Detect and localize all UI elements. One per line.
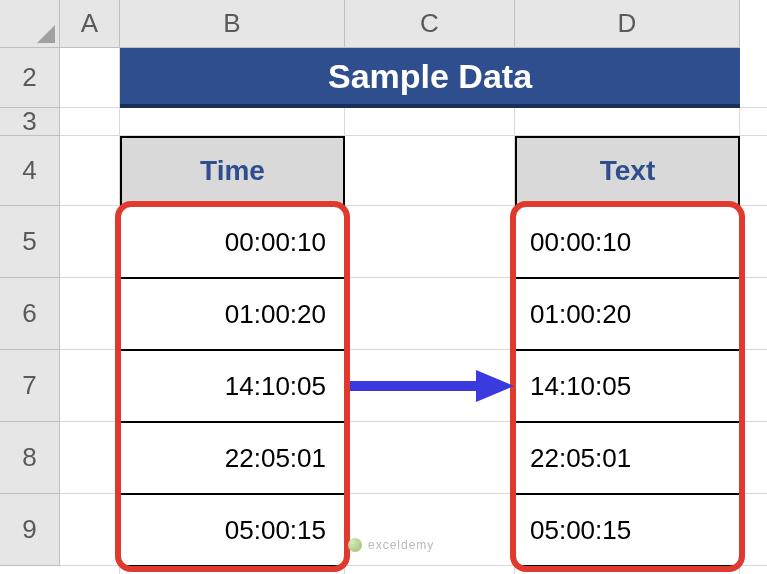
col-label: C — [420, 8, 439, 39]
select-all-triangle-icon — [37, 25, 55, 43]
watermark: exceldemy — [348, 538, 434, 552]
table1-cell[interactable]: 22:05:01 — [120, 422, 345, 494]
table1-header: Time — [120, 136, 345, 206]
table2-header-text: Text — [600, 155, 656, 187]
cell-value: 05:00:15 — [225, 515, 326, 546]
svg-marker-2 — [476, 370, 514, 402]
row-label: 2 — [22, 62, 36, 93]
grid-area[interactable]: Sample Data Time 00:00:10 01:00:20 14:10… — [60, 48, 767, 574]
cell-value: 05:00:15 — [530, 515, 631, 546]
table1-cell[interactable]: 05:00:15 — [120, 494, 345, 566]
watermark-text: exceldemy — [368, 538, 434, 552]
row-header-3[interactable]: 3 — [0, 108, 60, 136]
table2-header: Text — [515, 136, 740, 206]
row-header-2[interactable]: 2 — [0, 48, 60, 108]
table2-cell[interactable]: 05:00:15 — [515, 494, 740, 566]
cell-value: 01:00:20 — [530, 299, 631, 330]
table1-cell[interactable]: 00:00:10 — [120, 206, 345, 278]
table1-cell[interactable]: 14:10:05 — [120, 350, 345, 422]
cell-value: 01:00:20 — [225, 299, 326, 330]
table1-cell[interactable]: 01:00:20 — [120, 278, 345, 350]
cell-value: 22:05:01 — [225, 443, 326, 474]
row-label: 5 — [22, 226, 36, 257]
row-label: 4 — [22, 155, 36, 186]
col-header-a[interactable]: A — [60, 0, 120, 48]
table2-cell[interactable]: 22:05:01 — [515, 422, 740, 494]
col-header-b[interactable]: B — [120, 0, 345, 48]
col-header-d[interactable]: D — [515, 0, 740, 48]
page-title: Sample Data — [120, 48, 740, 108]
arrow-right-icon — [346, 366, 516, 406]
table1-header-text: Time — [200, 155, 265, 187]
row-header-9[interactable]: 9 — [0, 494, 60, 566]
cell-value: 00:00:10 — [530, 227, 631, 258]
logo-dot-icon — [348, 538, 362, 552]
cell-value: 00:00:10 — [225, 227, 326, 258]
row-label: 7 — [22, 370, 36, 401]
table2-cell[interactable]: 14:10:05 — [515, 350, 740, 422]
col-label: A — [81, 8, 98, 39]
cell-value: 14:10:05 — [530, 371, 631, 402]
row-label: 6 — [22, 298, 36, 329]
table2-cell[interactable]: 01:00:20 — [515, 278, 740, 350]
title-text: Sample Data — [328, 57, 532, 96]
col-label: B — [223, 8, 240, 39]
row-header-5[interactable]: 5 — [0, 206, 60, 278]
table2-cell[interactable]: 00:00:10 — [515, 206, 740, 278]
row-label: 3 — [22, 106, 36, 137]
row-label: 8 — [22, 442, 36, 473]
select-all-corner[interactable] — [0, 0, 60, 48]
col-label: D — [618, 8, 637, 39]
row-header-8[interactable]: 8 — [0, 422, 60, 494]
cell-value: 22:05:01 — [530, 443, 631, 474]
col-header-c[interactable]: C — [345, 0, 515, 48]
row-header-4[interactable]: 4 — [0, 136, 60, 206]
row-label: 9 — [22, 514, 36, 545]
row-header-6[interactable]: 6 — [0, 278, 60, 350]
spreadsheet-view: A B C D 2 3 4 5 6 7 8 9 Sample Data — [0, 0, 767, 574]
row-header-7[interactable]: 7 — [0, 350, 60, 422]
cell-value: 14:10:05 — [225, 371, 326, 402]
svg-marker-0 — [37, 25, 55, 43]
